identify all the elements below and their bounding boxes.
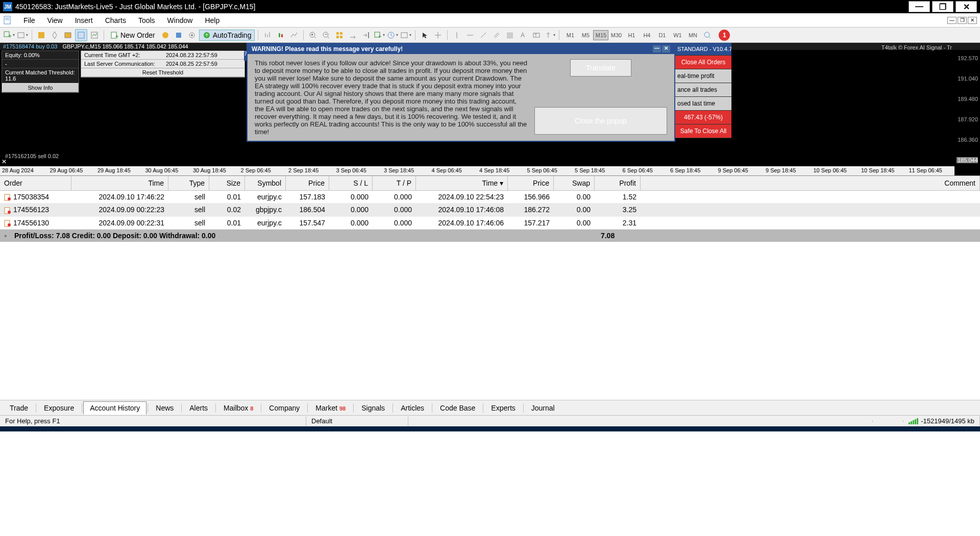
tab-exposure[interactable]: Exposure [37,401,81,415]
table-row[interactable]: 1745561232024.09.09 00:22:23sell0.02gbpj… [0,203,980,216]
popup-title-bar[interactable]: WARNING! Please read this message very c… [248,44,674,54]
menu-window[interactable]: Window [161,14,199,27]
mdi-maximize-button[interactable]: ❐ [958,17,967,24]
col-size[interactable]: Size [209,176,245,190]
strategy-tester-icon[interactable] [88,29,101,41]
tab-mailbox[interactable]: Mailbox 8 [217,401,260,415]
menu-file[interactable]: File [17,14,41,27]
expert-advisors-icon[interactable] [173,29,185,41]
translate-button[interactable]: Translate [570,59,631,76]
line-chart-icon[interactable] [288,29,300,41]
zoom-in-icon[interactable]: + [307,29,319,41]
timeframe-m15[interactable]: M15 [593,30,608,40]
tab-code-base[interactable]: Code Base [433,401,482,415]
window-minimize-button[interactable]: — [909,1,930,12]
mdi-minimize-button[interactable]: — [947,17,957,24]
col-time2[interactable]: Time ▾ [416,176,508,190]
col-time[interactable]: Time [71,176,168,190]
status-connection[interactable]: -1521949/1495 kb [903,416,980,426]
show-info-button[interactable]: Show Info [2,83,79,92]
tab-market[interactable]: Market 98 [309,401,352,415]
text-label-icon[interactable]: T [530,29,543,41]
new-chart-icon[interactable]: + [3,29,15,41]
vertical-line-icon[interactable] [451,29,463,41]
col-swap[interactable]: Swap [554,176,595,190]
indicators-icon[interactable]: + [373,29,385,41]
templates-icon[interactable] [400,29,412,41]
new-order-button[interactable]: + New Order [107,30,158,40]
col-comment[interactable]: Comment [641,176,980,190]
trendline-icon[interactable] [477,29,489,41]
tile-windows-icon[interactable] [333,29,346,41]
autotrading-button[interactable]: AutoTrading [199,30,255,41]
timeframe-m1[interactable]: M1 [562,30,578,40]
auto-scroll-icon[interactable] [347,29,359,41]
popup-minimize-button[interactable]: — [653,45,661,53]
terminal-icon[interactable] [75,29,87,41]
taskbar[interactable] [0,426,980,431]
options-icon[interactable] [186,29,198,41]
menu-insert[interactable]: Insert [69,14,99,27]
timeframe-mn[interactable]: MN [685,30,700,40]
table-row[interactable]: 1750383542024.09.10 17:46:22sell0.01eurj… [0,191,980,203]
tab-experts[interactable]: Experts [484,401,522,415]
horizontal-line-icon[interactable] [464,29,476,41]
col-symbol[interactable]: Symbol [245,176,286,190]
cursor-icon[interactable] [419,29,431,41]
metaquotes-icon[interactable] [159,29,172,41]
market-watch-icon[interactable] [35,29,47,41]
timeframe-h4[interactable]: H4 [639,30,654,40]
chart-panel-close-icon[interactable]: ✕ [2,158,7,165]
equidistant-channel-icon[interactable] [491,29,503,41]
bar-chart-icon[interactable] [261,29,274,41]
close-all-orders-button[interactable]: Close All Orders [675,56,731,69]
menu-tools[interactable]: Tools [132,14,161,27]
tab-journal[interactable]: Journal [525,401,561,415]
chart-shift-icon[interactable] [360,29,372,41]
tab-alerts[interactable]: Alerts [183,401,214,415]
col-price2[interactable]: Price [508,176,554,190]
tab-articles[interactable]: Articles [394,401,431,415]
tab-news[interactable]: News [149,401,180,415]
tab-trade[interactable]: Trade [3,401,35,415]
col-profit[interactable]: Profit [595,176,641,190]
col-tp[interactable]: T / P [373,176,416,190]
crosshair-icon[interactable] [432,29,444,41]
menu-charts[interactable]: Charts [99,14,132,27]
safe-to-close-button[interactable]: Safe To Close All [675,124,731,138]
profiles-icon[interactable] [16,29,29,41]
status-profile[interactable]: Default [306,416,408,426]
window-maximize-button[interactable]: ❐ [932,1,953,12]
mdi-close-button[interactable]: ✕ [968,17,977,24]
popup-close-x-button[interactable]: ✕ [662,45,670,53]
menu-view[interactable]: View [41,14,69,27]
col-sl[interactable]: S / L [329,176,373,190]
terminal-body[interactable]: 1750383542024.09.10 17:46:22sell0.01eurj… [0,191,980,400]
navigator-icon[interactable] [48,29,61,41]
search-icon[interactable] [701,29,714,41]
table-row[interactable]: 1745561302024.09.09 00:22:31sell0.01eurj… [0,217,980,229]
data-window-icon[interactable] [62,29,74,41]
timeframe-m5[interactable]: M5 [578,30,593,40]
col-price[interactable]: Price [286,176,329,190]
reset-threshold-button[interactable]: Reset Threshold [81,68,244,76]
menu-help[interactable]: Help [199,14,226,27]
timeframe-h1[interactable]: H1 [624,30,639,40]
zoom-out-icon[interactable]: − [320,29,332,41]
close-popup-button[interactable]: Close the popup [534,107,667,135]
periods-icon[interactable] [386,29,399,41]
chart-area[interactable]: #175168474 buy 0.03 GBPJPY.c,M15 185.066… [0,43,980,175]
arrows-icon[interactable] [544,29,556,41]
notification-badge[interactable]: 1 [719,30,730,41]
window-close-button[interactable]: ✕ [955,1,977,12]
timeframe-w1[interactable]: W1 [670,30,685,40]
candlestick-icon[interactable] [275,29,287,41]
text-icon[interactable]: A [517,29,529,41]
tab-company[interactable]: Company [262,401,306,415]
fibonacci-icon[interactable] [504,29,516,41]
col-order[interactable]: Order [0,176,71,190]
tab-account-history[interactable]: Account History [83,401,146,415]
timeframe-d1[interactable]: D1 [654,30,670,40]
timeframe-m30[interactable]: M30 [608,30,624,40]
tab-signals[interactable]: Signals [355,401,391,415]
